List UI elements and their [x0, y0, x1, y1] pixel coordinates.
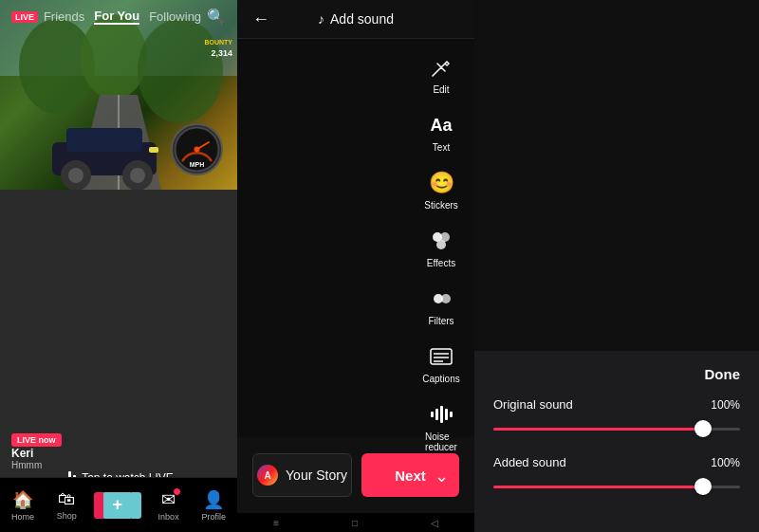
original-sound-slider[interactable]	[493, 419, 740, 438]
username: Keri	[11, 447, 42, 460]
nav-for-you[interactable]: For You	[94, 9, 139, 25]
right-tools: Edit Aa Text 😊 Stickers Effects	[408, 46, 474, 486]
home-icon: 🏠	[12, 489, 33, 510]
nav-create[interactable]: +	[100, 492, 136, 519]
profile-label: Profile	[202, 512, 227, 522]
edit-label: Edit	[433, 84, 449, 95]
added-sound-row: Added sound 100%	[493, 455, 740, 496]
svg-rect-7	[66, 128, 142, 152]
create-button[interactable]: +	[100, 492, 136, 519]
sound-controls: Done Original sound 100% Added sound 100…	[474, 351, 759, 532]
nav-inbox[interactable]: ✉ Inbox	[158, 489, 179, 522]
add-sound-header: ♪ Add sound	[318, 11, 394, 27]
tool-text[interactable]: Aa Text	[422, 104, 460, 158]
nav-profile[interactable]: 👤 Profile	[202, 489, 227, 522]
story-label: Your Story	[286, 468, 347, 483]
svg-point-11	[130, 168, 145, 183]
original-sound-label: Original sound	[493, 397, 573, 412]
filters-label: Filters	[428, 316, 454, 326]
shop-label: Shop	[57, 511, 77, 521]
square-icon: □	[352, 518, 358, 528]
system-bar-middle: ≡ □ ◁	[237, 513, 474, 532]
user-desc: Hmmm	[11, 460, 42, 470]
text-label: Text	[433, 142, 450, 153]
tool-captions[interactable]: Captions	[418, 336, 463, 390]
effects-label: Effects	[427, 258, 455, 268]
inbox-label: Inbox	[158, 512, 179, 522]
nav-shop[interactable]: 🛍 Shop	[57, 489, 77, 521]
original-sound-thumb[interactable]	[694, 420, 712, 437]
svg-rect-30	[450, 412, 453, 417]
nav-following[interactable]: Following	[149, 9, 201, 24]
svg-rect-28	[440, 406, 443, 423]
edit-icon	[426, 52, 456, 83]
back-button[interactable]: ←	[252, 9, 269, 29]
menu-icon: ≡	[273, 518, 279, 528]
stickers-label: Stickers	[424, 200, 458, 211]
effects-icon	[426, 226, 456, 256]
middle-header: ← ♪ Add sound	[237, 0, 474, 39]
tool-noise-reducer[interactable]: Noisereducer	[421, 394, 461, 458]
filters-icon	[426, 284, 456, 314]
svg-rect-12	[149, 147, 158, 153]
original-sound-row: Original sound 100%	[493, 397, 740, 438]
right-top-area	[474, 0, 759, 351]
added-sound-slider[interactable]	[493, 477, 740, 496]
svg-point-15	[194, 147, 200, 153]
captions-icon	[426, 341, 456, 372]
inbox-icon: ✉	[161, 489, 176, 510]
original-sound-track	[493, 428, 740, 431]
tool-filters[interactable]: Filters	[422, 278, 460, 332]
chevron-down-icon[interactable]: ⌄	[435, 466, 449, 486]
svg-rect-26	[431, 412, 434, 417]
original-sound-fill	[493, 428, 703, 431]
svg-rect-29	[445, 409, 448, 420]
live-badge: LIVE	[11, 11, 38, 23]
plus-icon: +	[112, 495, 122, 515]
added-sound-percent: 100%	[711, 456, 740, 469]
original-sound-header: Original sound 100%	[493, 397, 740, 412]
added-sound-thumb[interactable]	[694, 478, 712, 495]
stickers-icon: 😊	[426, 168, 456, 198]
bottom-nav: 🏠 Home 🛍 Shop + ✉ Inbox 👤 Profile	[0, 477, 237, 532]
svg-point-9	[68, 168, 83, 183]
original-sound-percent: 100%	[711, 398, 740, 412]
done-button[interactable]: Done	[705, 366, 741, 382]
nav-links: Friends For You Following	[44, 9, 201, 25]
done-row: Done	[493, 366, 740, 382]
svg-rect-27	[435, 409, 438, 420]
captions-label: Captions	[422, 374, 459, 384]
add-sound-label: Add sound	[330, 11, 394, 27]
added-sound-track	[493, 486, 740, 488]
tool-edit[interactable]: Edit	[422, 46, 460, 101]
added-sound-fill	[493, 486, 703, 488]
music-icon: ♪	[318, 11, 324, 27]
left-panel: LIVE Friends For You Following 🔍	[0, 0, 237, 532]
user-info: Keri Hmmm	[11, 447, 42, 470]
nav-home[interactable]: 🏠 Home	[11, 489, 34, 522]
tool-effects[interactable]: Effects	[422, 220, 460, 274]
middle-content: Edit Aa Text 😊 Stickers Effects	[237, 39, 474, 437]
tool-stickers[interactable]: 😊 Stickers	[420, 162, 462, 216]
text-icon: Aa	[426, 110, 456, 140]
svg-point-19	[436, 240, 446, 249]
shop-icon: 🛍	[58, 489, 75, 509]
added-sound-label: Added sound	[493, 455, 566, 469]
noise-reducer-label: Noisereducer	[425, 431, 457, 452]
story-button[interactable]: A Your Story	[252, 453, 352, 497]
speedometer: MPH	[171, 123, 223, 175]
search-icon[interactable]: 🔍	[207, 8, 226, 26]
story-avatar: A	[257, 465, 278, 486]
nav-friends[interactable]: Friends	[44, 9, 84, 24]
added-sound-header: Added sound 100%	[493, 455, 740, 469]
svg-point-3	[138, 19, 223, 123]
live-now-badge: LIVE now	[11, 433, 62, 447]
top-nav: LIVE Friends For You Following 🔍	[0, 0, 237, 33]
middle-panel: ← ♪ Add sound Edit Aa Text 😊 Stickers	[237, 0, 474, 532]
profile-icon: 👤	[203, 489, 224, 510]
svg-point-21	[441, 294, 451, 303]
svg-text:MPH: MPH	[190, 161, 205, 168]
home-label: Home	[11, 512, 34, 522]
right-panel: Done Original sound 100% Added sound 100…	[474, 0, 759, 532]
noise-reducer-icon	[426, 399, 456, 430]
